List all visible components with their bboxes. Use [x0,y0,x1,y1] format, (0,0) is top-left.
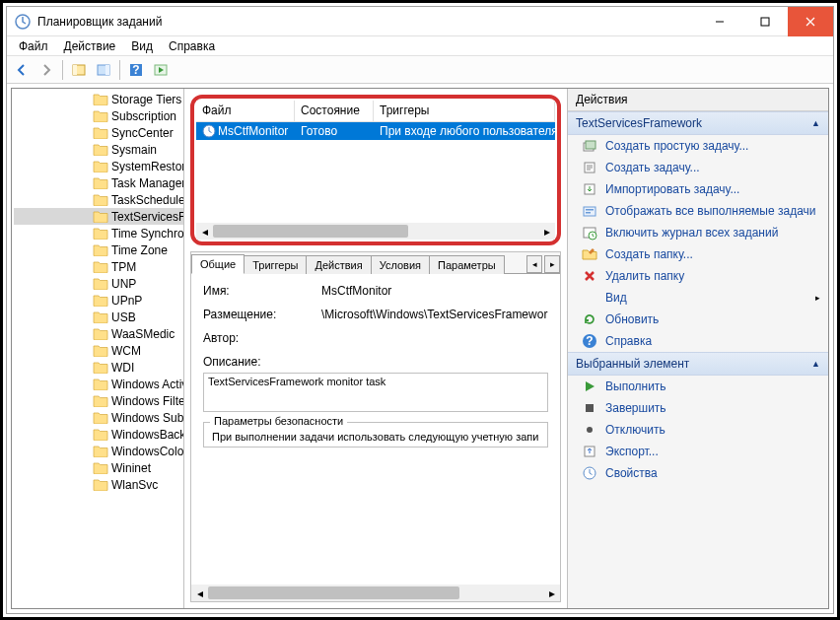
tab-scroll-left[interactable]: ◂ [526,255,542,273]
action-icon [582,400,597,416]
action-icon [582,290,597,306]
action-item[interactable]: Вид▸ [568,287,828,309]
action-item[interactable]: Создать задачу... [568,157,828,178]
show-hide-actions-button[interactable] [93,59,114,81]
tree-item[interactable]: WDI [14,359,183,376]
horizontal-scrollbar[interactable]: ◂ ▸ [196,223,555,240]
svg-point-22 [587,427,593,433]
action-item[interactable]: Обновить [568,309,828,330]
tree-item[interactable]: Windows Filtering [14,392,183,409]
svg-rect-15 [586,209,594,211]
svg-rect-14 [584,207,595,216]
action-icon [582,138,597,154]
tree-item[interactable]: Subscription [14,107,183,124]
tab-triggers[interactable]: Триггеры [244,255,307,274]
action-icon [582,203,597,219]
column-file[interactable]: Файл [196,101,295,122]
column-state[interactable]: Состояние [295,101,374,122]
horizontal-scrollbar[interactable]: ◂ ▸ [191,585,560,601]
task-name: MsCtfMonitor [218,124,288,138]
tree-item[interactable]: Time Zone [14,241,183,258]
svg-rect-5 [105,65,109,75]
tab-general[interactable]: Общие [191,254,245,274]
column-triggers[interactable]: Триггеры [374,101,555,122]
scroll-left-icon[interactable]: ◂ [196,223,213,240]
action-icon [582,311,597,327]
tree-item[interactable]: Task Manager [14,174,183,191]
scroll-right-icon[interactable]: ▸ [543,585,560,601]
tree-item[interactable]: Wininet [14,459,183,476]
toolbar-separator [119,60,120,80]
action-label: Импортировать задачу... [605,182,739,196]
action-icon [582,160,597,175]
action-item[interactable]: Удалить папку [568,265,828,287]
tree-item[interactable]: TPM [14,258,183,275]
action-item[interactable]: Создать простую задачу... [568,135,828,157]
action-item[interactable]: Отображать все выполняемые задачи [568,200,828,222]
action-item[interactable]: Включить журнал всех заданий [568,222,828,243]
menu-file[interactable]: Файл [11,37,56,55]
action-icon [582,225,597,241]
action-item[interactable]: Импортировать задачу... [568,178,828,200]
actions-section-folder[interactable]: TextServicesFramework▲ [568,111,828,135]
tree-item[interactable]: Windows Subsystem [14,409,183,426]
actions-section-selected[interactable]: Выбранный элемент▲ [568,352,828,376]
svg-text:?: ? [132,63,139,77]
action-item[interactable]: Завершить [568,397,828,419]
action-item[interactable]: Создать папку... [568,243,828,265]
chevron-up-icon: ▲ [811,359,820,369]
tree-item[interactable]: WaaSMedic [14,325,183,342]
tree-item-label: Wininet [111,461,151,475]
action-item[interactable]: ?Справка [568,330,828,352]
tree-item[interactable]: WlanSvc [14,476,183,493]
help-button[interactable]: ? [125,59,147,81]
forward-button[interactable] [35,59,57,81]
tree-item-label: Windows Subsystem [111,411,183,425]
tab-scroll-right[interactable]: ▸ [544,255,560,273]
action-item[interactable]: Отключить [568,419,828,441]
menu-action[interactable]: Действие [56,37,124,55]
action-item[interactable]: Выполнить [568,376,828,397]
tree-item[interactable]: WindowsBackup [14,426,183,443]
chevron-right-icon: ▸ [815,293,820,303]
svg-rect-1 [761,18,769,26]
label-author: Автор: [203,331,321,345]
menu-help[interactable]: Справка [161,37,223,55]
tree-item[interactable]: SyncCenter [14,124,183,141]
back-button[interactable] [11,59,33,81]
maximize-button[interactable] [742,7,788,36]
tree-item[interactable]: UNP [14,275,183,292]
tree-item[interactable]: USB [14,309,183,325]
tree-item[interactable]: Time Synchronization [14,225,183,241]
show-hide-tree-button[interactable] [68,59,90,81]
tree-item[interactable]: WCM [14,342,183,359]
menu-view[interactable]: Вид [123,37,161,55]
tree-item[interactable]: SystemRestore [14,158,183,174]
action-item[interactable]: Экспорт... [568,441,828,462]
tree-item[interactable]: TextServicesFramework [14,208,183,225]
close-button[interactable] [788,7,833,36]
scroll-right-icon[interactable]: ▸ [538,223,555,240]
task-row[interactable]: MsCtfMonitor Готово При входе любого пол… [196,122,555,140]
scroll-left-icon[interactable]: ◂ [191,585,208,601]
tree-item[interactable]: Sysmain [14,141,183,158]
task-triggers: При входе любого пользователя [374,124,555,138]
minimize-button[interactable] [697,7,742,36]
security-group: Параметры безопасности При выполнении за… [203,422,548,448]
tab-conditions[interactable]: Условия [371,255,430,274]
tree-item-label: TextServicesFramework [111,210,183,224]
task-list-header: Файл Состояние Триггеры [196,101,555,122]
tab-actions[interactable]: Действия [306,255,371,274]
tree-item[interactable]: Storage Tiers [14,91,183,107]
run-button[interactable] [150,59,172,81]
details-panel: Общие Триггеры Действия Условия Параметр… [190,251,561,602]
chevron-up-icon: ▲ [811,118,820,128]
tree-item[interactable]: Windows Activation [14,376,183,392]
tree-item[interactable]: WindowsColor [14,443,183,459]
tree-item-label: Windows Activation [111,378,183,391]
tree-item[interactable]: TaskScheduler [14,191,183,208]
tab-settings[interactable]: Параметры [429,255,505,274]
action-item[interactable]: Свойства [568,462,828,484]
tree-item[interactable]: UPnP [14,292,183,309]
tree-item-label: WindowsColor [111,445,183,458]
